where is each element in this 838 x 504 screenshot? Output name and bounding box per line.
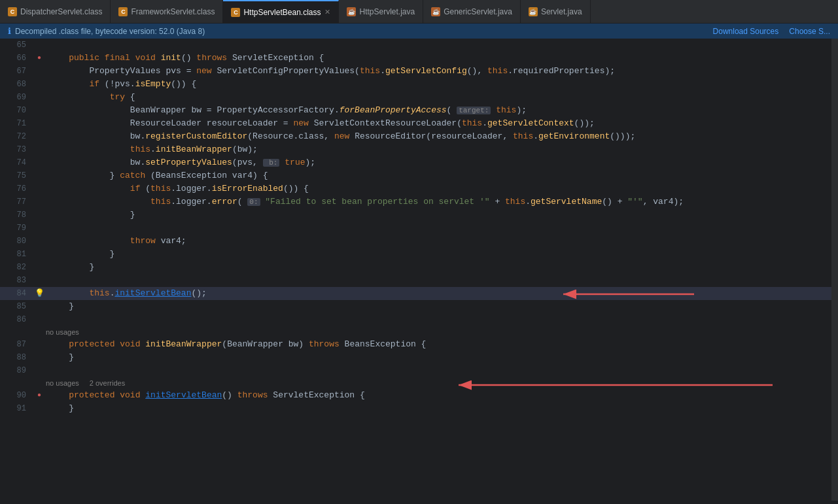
line-77: 77 this.logger.error( 0: "Failed to set … xyxy=(0,195,831,209)
code-content[interactable]: 65 66 ● public final void init() throws … xyxy=(0,39,831,501)
line-65: 65 xyxy=(0,39,831,52)
download-sources-link[interactable]: Download Sources xyxy=(713,27,779,36)
code-area: 65 66 ● public final void init() throws … xyxy=(0,39,838,501)
line-70: 70 BeanWrapper bw = PropertyAccessorFact… xyxy=(0,104,831,117)
line-72: 72 bw.registerCustomEditor(Resource.clas… xyxy=(0,130,831,143)
tab-close-button[interactable]: ✕ xyxy=(324,8,330,16)
tab-httpservletbean[interactable]: C HttpServletBean.class ✕ xyxy=(223,0,339,23)
line-78: 78 } xyxy=(0,209,831,222)
line-91: 91 } xyxy=(0,402,831,415)
line-68: 68 if (!pvs.isEmpty()) { xyxy=(0,78,831,91)
line-67: 67 PropertyValues pvs = new ServletConfi… xyxy=(0,65,831,78)
bulb-icon-84: 💡 xyxy=(35,287,44,300)
java-icon-3: ☕ xyxy=(529,7,538,16)
info-bar-left: ℹ Decompiled .class file, bytecode versi… xyxy=(8,26,205,36)
line-80: 80 throw var4; xyxy=(0,235,831,248)
tab-dispatcher[interactable]: C DispatcherServlet.class xyxy=(0,0,111,23)
line-69: 69 try { xyxy=(0,91,831,104)
java-icon: ☕ xyxy=(347,7,356,16)
line-76: 76 if (this.logger.isErrorEnabled()) { xyxy=(0,182,831,195)
tab-bar: C DispatcherServlet.class C FrameworkSer… xyxy=(0,0,838,24)
java-icon-2: ☕ xyxy=(431,7,440,16)
info-bar-right: Download Sources Choose S... xyxy=(713,27,830,36)
line-75: 75 } catch (BeansException var4) { xyxy=(0,169,831,182)
line-90: 90 ● protected void initServletBean() th… xyxy=(0,389,831,402)
line-81: 81 } xyxy=(0,248,831,261)
line-83: 83 xyxy=(0,274,831,287)
line-74: 74 bw.setPropertyValues(pvs, b: true); xyxy=(0,156,831,169)
bookmark-icon-90: ● xyxy=(37,389,41,402)
class-icon: C xyxy=(8,7,17,16)
tab-framework[interactable]: C FrameworkServlet.class xyxy=(111,0,223,23)
bookmark-icon-66: ● xyxy=(37,52,41,65)
line-87: 87 protected void initBeanWrapper(BeanWr… xyxy=(0,338,831,351)
tab-genericservlet[interactable]: ☕ GenericServlet.java xyxy=(423,0,521,23)
class-icon-2: C xyxy=(118,7,128,16)
line-89: 89 xyxy=(0,364,831,377)
tab-httpservlet[interactable]: ☕ HttpServlet.java xyxy=(339,0,423,23)
scrollbar[interactable] xyxy=(831,39,838,501)
class-icon-3: C xyxy=(231,8,240,17)
no-usages-90: no usages 2 overrides xyxy=(0,377,831,389)
line-86: 86 xyxy=(0,313,831,326)
tab-servlet[interactable]: ☕ Servlet.java xyxy=(521,0,591,23)
line-82: 82 } xyxy=(0,261,831,274)
line-88: 88 } xyxy=(0,351,831,364)
info-bar: ℹ Decompiled .class file, bytecode versi… xyxy=(0,24,838,39)
line-71: 71 ResourceLoader resourceLoader = new S… xyxy=(0,117,831,130)
line-84: 84 💡 this.initServletBean(); xyxy=(0,287,831,300)
line-85: 85 } xyxy=(0,300,831,313)
info-icon: ℹ xyxy=(8,26,11,36)
info-text: Decompiled .class file, bytecode version… xyxy=(15,27,205,36)
line-73: 73 this.initBeanWrapper(bw); xyxy=(0,143,831,156)
line-79: 79 xyxy=(0,222,831,235)
choose-source-link[interactable]: Choose S... xyxy=(789,27,830,36)
no-usages-87: no usages xyxy=(0,326,831,338)
line-66: 66 ● public final void init() throws Ser… xyxy=(0,52,831,65)
